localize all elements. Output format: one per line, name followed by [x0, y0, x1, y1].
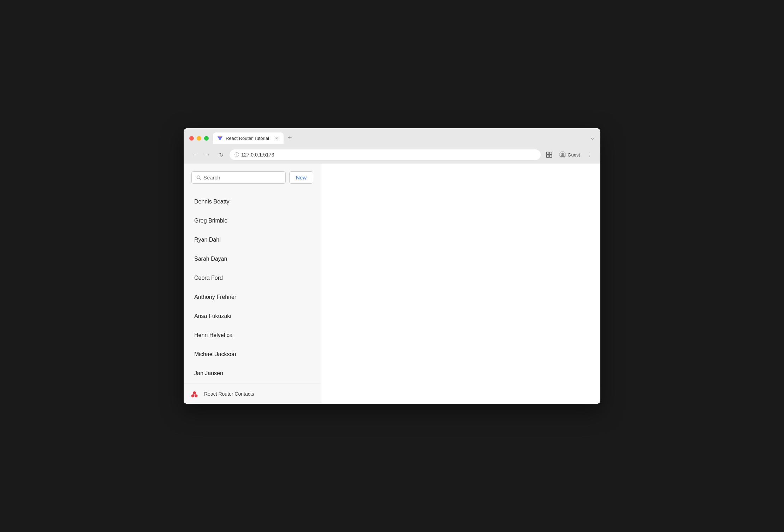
tab-favicon [217, 135, 223, 141]
search-input[interactable] [203, 175, 281, 181]
address-input-box[interactable]: ⓘ 127.0.0.1:5173 [230, 149, 541, 160]
svg-point-6 [197, 176, 200, 179]
sidebar-footer: React Router Contacts [184, 384, 321, 404]
tab-bar: React Router Tutorial × + ⌄ [213, 132, 595, 144]
contact-item[interactable]: Henri Helvetica [184, 326, 321, 345]
maximize-traffic-light[interactable] [204, 136, 209, 141]
svg-rect-0 [547, 152, 549, 155]
svg-rect-2 [547, 155, 549, 158]
reload-button[interactable]: ↻ [216, 150, 226, 160]
contact-item[interactable]: Ryan Dahl [184, 230, 321, 249]
active-tab[interactable]: React Router Tutorial × [213, 132, 284, 144]
contact-item[interactable]: Michael Jackson [184, 345, 321, 364]
traffic-lights [189, 136, 209, 141]
title-bar: React Router Tutorial × + ⌄ [184, 128, 600, 147]
tab-title: React Router Tutorial [226, 136, 271, 141]
contact-item[interactable]: Dennis Beatty [184, 192, 321, 211]
main-content [321, 164, 600, 404]
back-button[interactable]: ← [189, 150, 199, 160]
footer-logo-icon [191, 389, 201, 399]
menu-button[interactable]: ⋮ [585, 150, 595, 160]
sidebar-header: New [184, 164, 321, 189]
minimize-traffic-light[interactable] [197, 136, 201, 141]
extensions-button[interactable] [544, 150, 554, 160]
contact-list: Dennis BeattyGreg BrimbleRyan DahlSarah … [184, 189, 321, 384]
url-display: 127.0.0.1:5173 [241, 152, 274, 158]
contact-item[interactable]: Anthony Frehner [184, 288, 321, 307]
profile-button[interactable]: Guest [557, 150, 582, 159]
close-traffic-light[interactable] [189, 136, 194, 141]
tab-chevron-icon: ⌄ [590, 134, 595, 141]
svg-point-10 [193, 391, 196, 394]
contact-item[interactable]: Ceora Ford [184, 268, 321, 288]
contact-item[interactable]: Sarah Dayan [184, 249, 321, 268]
new-button[interactable]: New [289, 171, 313, 184]
search-icon [196, 175, 201, 180]
tab-close-button[interactable]: × [274, 135, 279, 141]
search-box[interactable] [191, 171, 286, 184]
security-icon: ⓘ [234, 152, 239, 158]
address-bar: ← → ↻ ⓘ 127.0.0.1:5173 [184, 147, 600, 164]
svg-point-5 [562, 153, 564, 155]
browser-actions: Guest ⋮ [544, 150, 595, 160]
profile-label: Guest [568, 152, 580, 158]
browser-content: New Dennis BeattyGreg BrimbleRyan DahlSa… [184, 164, 600, 404]
svg-line-7 [200, 178, 201, 179]
browser-window: React Router Tutorial × + ⌄ ← → ↻ ⓘ 127.… [184, 128, 600, 404]
contact-item[interactable]: Jan Jansen [184, 364, 321, 383]
forward-button[interactable]: → [203, 150, 213, 160]
svg-rect-3 [550, 155, 552, 158]
contact-item[interactable]: Greg Brimble [184, 211, 321, 230]
footer-text: React Router Contacts [204, 391, 254, 397]
new-tab-button[interactable]: + [285, 132, 295, 142]
svg-rect-1 [550, 152, 552, 155]
sidebar: New Dennis BeattyGreg BrimbleRyan DahlSa… [184, 164, 321, 404]
contact-item[interactable]: Arisa Fukuzaki [184, 307, 321, 326]
